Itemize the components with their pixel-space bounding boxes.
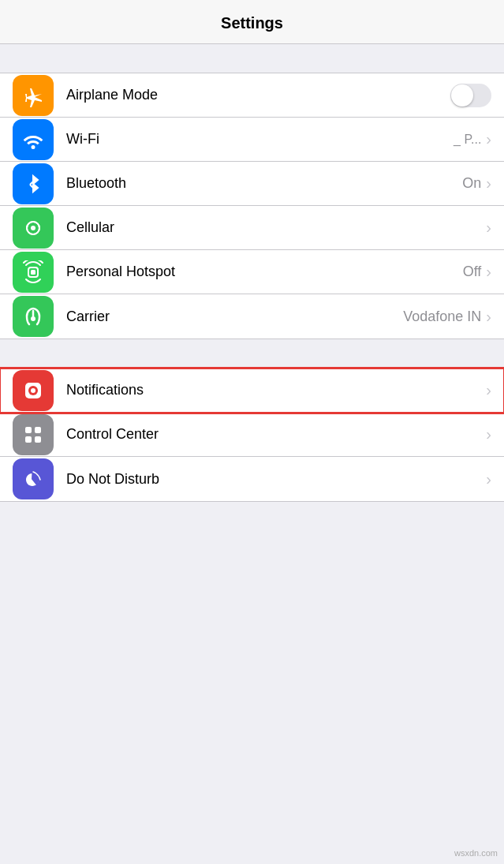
airplane-mode-icon-wrap	[13, 75, 54, 116]
carrier-row[interactable]: Carrier Vodafone IN ›	[0, 294, 504, 338]
carrier-icon	[21, 305, 45, 328]
airplane-icon	[21, 84, 45, 107]
svg-rect-3	[31, 270, 35, 275]
bluetooth-chevron: ›	[486, 174, 491, 193]
do-not-disturb-icon	[21, 467, 45, 491]
svg-point-7	[31, 388, 35, 393]
section-gap-2	[0, 339, 504, 368]
airplane-mode-toggle[interactable]	[450, 84, 491, 107]
svg-point-1	[31, 226, 35, 230]
hotspot-icon-wrap	[13, 252, 54, 293]
do-not-disturb-row[interactable]: Do Not Disturb ›	[0, 457, 504, 501]
wifi-icon	[21, 128, 45, 151]
carrier-icon-wrap	[13, 296, 54, 337]
connectivity-group: Airplane Mode Wi-Fi _ P... › Bluetooth O…	[0, 73, 504, 339]
do-not-disturb-label: Do Not Disturb	[66, 471, 486, 488]
header: Settings	[0, 0, 504, 44]
do-not-disturb-icon-wrap	[13, 458, 54, 499]
hotspot-icon	[21, 260, 45, 284]
carrier-value: Vodafone IN	[403, 309, 481, 325]
wifi-label: Wi-Fi	[66, 131, 454, 148]
do-not-disturb-chevron: ›	[486, 470, 491, 488]
airplane-mode-label: Airplane Mode	[66, 87, 444, 103]
notifications-row[interactable]: Notifications ›	[0, 368, 504, 413]
system-group: Notifications › Control Center › Do Not …	[0, 368, 504, 502]
notifications-icon	[21, 379, 45, 402]
airplane-mode-row[interactable]: Airplane Mode	[0, 73, 504, 118]
section-gap-1	[0, 44, 504, 73]
notifications-label: Notifications	[66, 382, 486, 398]
control-center-icon-wrap	[13, 414, 54, 455]
bluetooth-value: On	[462, 175, 481, 192]
cellular-row[interactable]: Cellular ›	[0, 206, 504, 250]
svg-rect-11	[35, 436, 41, 443]
svg-rect-9	[35, 427, 41, 433]
control-center-chevron: ›	[486, 425, 491, 443]
wifi-value: _ P...	[454, 133, 481, 147]
bluetooth-icon-wrap	[13, 163, 54, 204]
control-center-label: Control Center	[66, 426, 486, 443]
notifications-chevron: ›	[486, 381, 491, 399]
carrier-label: Carrier	[66, 309, 403, 325]
wifi-icon-wrap	[13, 119, 54, 160]
hotspot-chevron: ›	[486, 263, 491, 281]
page-title: Settings	[221, 14, 283, 32]
svg-rect-10	[25, 436, 32, 443]
cellular-chevron: ›	[486, 219, 491, 237]
carrier-chevron: ›	[486, 308, 491, 326]
notifications-icon-wrap	[13, 370, 54, 411]
bluetooth-icon	[22, 173, 44, 195]
bluetooth-label: Bluetooth	[66, 175, 462, 192]
svg-rect-8	[25, 427, 32, 433]
control-center-icon	[21, 423, 45, 447]
personal-hotspot-row[interactable]: Personal Hotspot Off ›	[0, 250, 504, 294]
cellular-icon	[21, 216, 45, 240]
wifi-row[interactable]: Wi-Fi _ P... ›	[0, 118, 504, 162]
wifi-chevron: ›	[486, 130, 491, 148]
airplane-mode-toggle-knob	[451, 84, 473, 107]
bluetooth-row[interactable]: Bluetooth On ›	[0, 162, 504, 206]
watermark: wsxdn.com	[454, 848, 498, 858]
hotspot-value: Off	[463, 264, 482, 280]
hotspot-label: Personal Hotspot	[66, 264, 463, 280]
control-center-row[interactable]: Control Center ›	[0, 413, 504, 457]
cellular-label: Cellular	[66, 219, 486, 236]
cellular-icon-wrap	[13, 208, 54, 249]
